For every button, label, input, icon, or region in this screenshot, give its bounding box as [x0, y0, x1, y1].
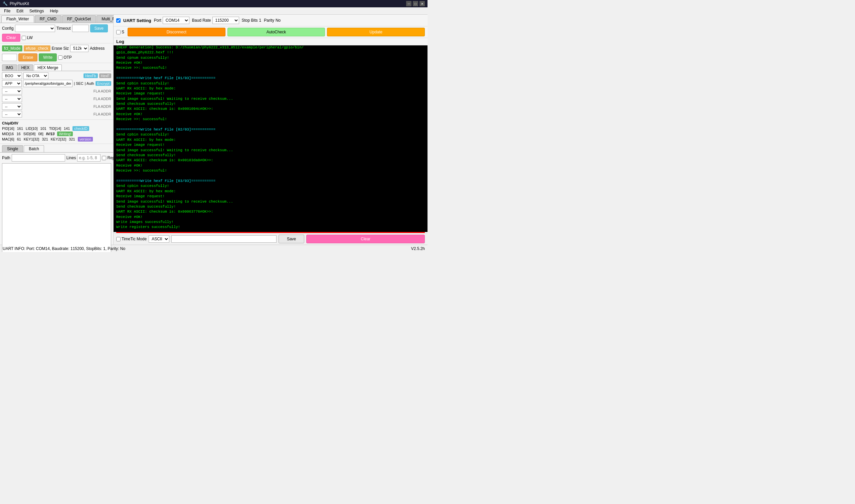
log-line: gpio_demo_phy6222.hexf !!! [116, 50, 425, 55]
tab-rf-cmd[interactable]: RF_CMD [35, 15, 62, 23]
empty-select-3[interactable]: -- [2, 103, 22, 110]
config-select[interactable] [15, 25, 55, 32]
boo-row: BOO No OTA HexFb HexF [2, 72, 111, 79]
mid-label: MID[16 [2, 132, 14, 136]
clear-button[interactable]: Clear [2, 34, 20, 42]
minimize-button[interactable]: ─ [406, 1, 412, 6]
batch-lines-input[interactable] [77, 154, 101, 162]
lid-label: LID[10] [26, 126, 37, 130]
parity-field: Parity No [264, 18, 281, 23]
tab-single[interactable]: Single [2, 145, 23, 152]
log-line: UART RX ASCII: checksum is: 0x00183da8#O… [116, 158, 425, 163]
log-line: Receive #OK! [116, 163, 425, 168]
tab-flash-writer[interactable]: Flash_Writer [1, 15, 34, 23]
fla-addr-3: FLA ADDR [93, 105, 111, 108]
log-line: Receive #OK! [116, 112, 425, 117]
lid-value: 101 [40, 126, 47, 130]
timeticmode-checkbox[interactable] [116, 237, 121, 241]
timeticmode-select[interactable]: ASCII [149, 235, 169, 242]
tid-value: 141 [64, 126, 70, 130]
baud-select[interactable]: 115200 [212, 17, 239, 24]
chip-row-2: MID[16 16 SID[08] 08] IV/13 Writing! [2, 131, 111, 136]
log-line: Send image successful! Waiting to receiv… [116, 148, 425, 153]
key1-value: 321 [42, 137, 48, 141]
erase-write-row: fct_Mode efuse_check Erase Siz 512k Addr… [0, 43, 113, 63]
address-label: Address [90, 46, 105, 51]
log-line: Send checksum successfully! [116, 102, 425, 107]
disconnect-button[interactable]: Disconnect [127, 28, 225, 36]
empty-select-4[interactable]: -- [2, 111, 22, 118]
baud-label: Baud Rate [192, 18, 211, 23]
otp-checkbox-row: OTP [58, 55, 72, 60]
timeout-input[interactable]: 4000 [72, 25, 89, 32]
main-layout: Flash_Writer RF_CMD RF_QuickSet Multi_FW… [0, 15, 428, 245]
log-line: UART RX ASCII: checksum is: 0x0001094c#O… [116, 107, 425, 111]
stopbits-label: Stop Bits [242, 18, 258, 23]
app-type-select[interactable]: APP [2, 80, 22, 87]
empty-rows: -- FLA ADDR -- FLA ADDR -- FLA ADDR [2, 88, 111, 118]
otp-checkbox[interactable] [58, 55, 63, 60]
tab-batch[interactable]: Batch [24, 145, 44, 152]
log-line: Write images successfully! [116, 220, 425, 224]
empty-row-1: -- FLA ADDR [2, 88, 111, 94]
menu-file[interactable]: File [1, 8, 13, 14]
uart-header: UART Setting Port COM14 Baud Rate 115200… [114, 15, 428, 26]
img-tab-hexmerge[interactable]: HEX Merge [34, 65, 62, 71]
address-input[interactable] [2, 54, 17, 61]
lw-label: LW [27, 35, 33, 40]
erase-button[interactable]: Erase [18, 53, 37, 61]
log-line: Receive image request! [116, 91, 425, 96]
menu-edit[interactable]: Edit [14, 8, 26, 14]
tid-label: TID[14] [49, 126, 61, 130]
batch-path-label: Path [2, 156, 10, 160]
status-text: UART INFO: Port: COM14, Baudrate: 115200… [3, 246, 125, 251]
update-button[interactable]: Update [327, 28, 425, 36]
autocheck-button[interactable]: AutoCheck [227, 28, 325, 36]
version-badge: version [78, 137, 93, 142]
uart-enable-checkbox[interactable] [116, 18, 121, 23]
menu-bar: File Edit Settings Help [0, 7, 428, 15]
bottom-save-button[interactable]: Save [279, 235, 304, 243]
log-area[interactable]: The App Hex File Last Modified: 2024-12-… [114, 46, 428, 232]
port-select[interactable]: COM14 [163, 17, 189, 24]
maximize-button[interactable]: □ [413, 1, 418, 6]
s-checkbox-row: S [116, 28, 124, 36]
write-button[interactable]: Write [39, 53, 57, 61]
repeat-checkbox[interactable] [102, 156, 106, 160]
log-line: Send cpnum successfully! [116, 55, 425, 60]
bottom-clear-button[interactable]: Clear [306, 235, 425, 243]
left-panel: Flash_Writer RF_CMD RF_QuickSet Multi_FW… [0, 15, 114, 245]
batch-content: Path Lines Repeat Reload GenKey [0, 152, 113, 252]
pid-label: PID[16] [2, 126, 14, 130]
app-row: APP | SEC | Auth Encrypt [2, 80, 111, 87]
tab-rf-quickset[interactable]: RF_QuickSet [62, 15, 96, 23]
batch-path-input[interactable] [12, 154, 65, 162]
save-button[interactable]: Save [90, 24, 108, 32]
img-tab-img[interactable]: IMG [2, 65, 17, 71]
key2-label: KEY2[32] [51, 137, 66, 141]
empty-select-2[interactable]: -- [2, 95, 22, 102]
s-checkbox[interactable] [116, 30, 121, 34]
menu-help[interactable]: Help [47, 8, 61, 14]
log-line: Send checksum successfully! [116, 153, 425, 158]
app-path-input[interactable] [23, 80, 72, 87]
version-text: V2.5.2h [411, 246, 425, 251]
menu-settings[interactable]: Settings [27, 8, 47, 14]
log-line: ===========Write hexf File [03/03]======… [116, 179, 425, 184]
log-line: UART RX ASCII: by hex mode: [116, 86, 425, 91]
ota-select[interactable]: No OTA [23, 72, 49, 79]
log-line: ===========Write hexf File [02/03]======… [116, 127, 425, 132]
log-line: Receive >>: successful! [116, 168, 425, 173]
img-tab-hex[interactable]: HEX [18, 65, 33, 71]
batch-textarea[interactable] [2, 163, 111, 252]
log-line [116, 174, 425, 179]
boo-type-select[interactable]: BOO [2, 72, 22, 79]
mac-value: 61 [17, 137, 21, 141]
close-button[interactable]: ✕ [419, 1, 425, 6]
lw-checkbox[interactable] [22, 36, 26, 40]
sid-label: SID[08] [23, 132, 36, 136]
erase-size-select[interactable]: 512k [70, 45, 88, 52]
img-tab-bar: IMG HEX HEX Merge [2, 65, 111, 71]
bottom-text-input[interactable] [171, 235, 277, 242]
empty-select-1[interactable]: -- [2, 88, 22, 94]
